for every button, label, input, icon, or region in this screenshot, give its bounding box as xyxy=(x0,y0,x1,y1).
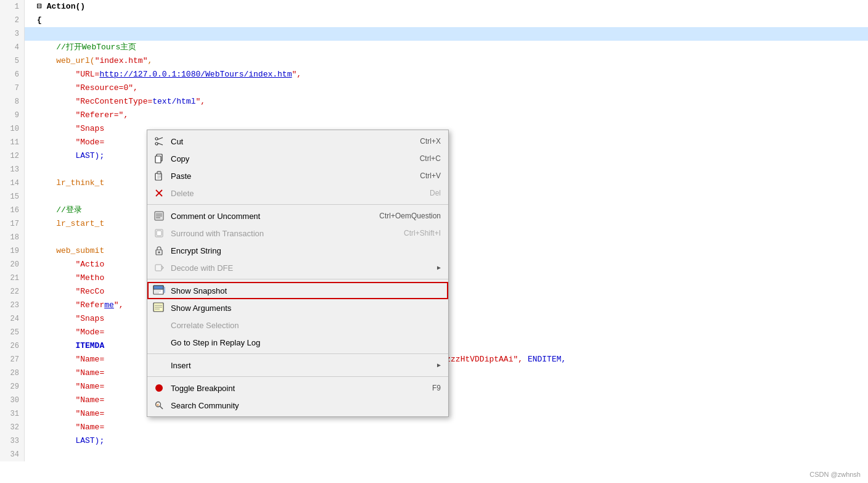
svg-rect-24 xyxy=(155,291,161,292)
correlate-icon xyxy=(152,319,166,331)
encrypt-icon xyxy=(152,244,166,257)
breakpoint-shortcut: F9 xyxy=(432,384,441,392)
svg-rect-21 xyxy=(155,265,162,271)
line-number-20: 20 xyxy=(0,258,25,271)
snapshot-icon xyxy=(152,284,166,297)
code-content-29: "Name= xyxy=(32,380,104,394)
line-number-19: 19 xyxy=(0,244,25,258)
surround-label: Surround with Transaction xyxy=(171,229,379,238)
line-number-4: 4 xyxy=(0,41,25,54)
code-content-6: "URL=http://127.0.0.1:1080/WebTours/inde… xyxy=(32,68,301,81)
line-number-8: 8 xyxy=(0,95,25,109)
line-number-7: 7 xyxy=(0,81,25,95)
svg-line-2 xyxy=(158,138,163,139)
svg-rect-5 xyxy=(155,156,161,163)
line-number-11: 11 xyxy=(0,136,25,149)
line-number-12: 12 xyxy=(0,149,25,163)
insert-icon xyxy=(152,359,166,371)
svg-point-31 xyxy=(155,384,163,392)
menu-item-search[interactable]: W Search Community xyxy=(147,397,448,414)
code-line-1: 1 ⊟ Action() xyxy=(0,0,868,14)
line-number-17: 17 xyxy=(0,217,25,231)
breakpoint-label: Toggle Breakpoint xyxy=(171,384,407,393)
gotostep-icon xyxy=(152,336,166,349)
menu-item-copy[interactable]: Copy Ctrl+C xyxy=(147,150,448,167)
line-number-21: 21 xyxy=(0,271,25,285)
menu-item-delete[interactable]: Delete Del xyxy=(147,184,448,202)
code-content-2: { xyxy=(32,14,42,27)
surround-icon xyxy=(152,227,166,239)
code-line-32: 32 "Name= xyxy=(0,421,868,434)
cut-shortcut: Ctrl+X xyxy=(420,137,441,146)
menu-item-breakpoint[interactable]: Toggle Breakpoint F9 xyxy=(147,379,448,397)
line-number-26: 26 xyxy=(0,339,25,353)
code-content-14: lr_think_t xyxy=(32,176,104,190)
menu-item-cut[interactable]: Cut Ctrl+X xyxy=(147,133,448,150)
menu-item-gotostep[interactable]: Go to Step in Replay Log xyxy=(147,334,448,351)
menu-item-arguments[interactable]: Show Arguments xyxy=(147,299,448,316)
code-content-31: "Name= xyxy=(32,407,104,421)
insert-label: Insert xyxy=(171,361,432,370)
menu-item-correlate[interactable]: Correlate Selection xyxy=(147,316,448,334)
line-number-27: 27 xyxy=(0,353,25,366)
code-content-1: ⊟ Action() xyxy=(32,0,85,14)
code-content-8: "RecContentType=text/html", xyxy=(32,95,205,109)
breakpoint-icon xyxy=(152,382,166,394)
code-content-19: web_submit xyxy=(32,244,104,258)
line-number-5: 5 xyxy=(0,54,25,68)
line-number-13: 13 xyxy=(0,163,25,176)
comment-icon xyxy=(152,210,166,222)
menu-item-paste[interactable]: Paste Ctrl+V xyxy=(147,167,448,184)
code-content-12: LAST); xyxy=(32,149,104,163)
code-content-17: lr_start_t xyxy=(32,217,104,231)
snapshot-label: Show Snapshot xyxy=(171,286,441,295)
line-number-33: 33 xyxy=(0,434,25,448)
menu-item-insert[interactable]: Insert ▶ xyxy=(147,357,448,374)
encrypt-label: Encrypt String xyxy=(171,246,441,255)
paste-shortcut: Ctrl+V xyxy=(420,171,441,180)
svg-line-3 xyxy=(158,143,163,145)
code-editor: 1 ⊟ Action() 2 { 3 4 //打开WebTours主页 5 we… xyxy=(0,0,868,483)
menu-item-snapshot[interactable]: Show Snapshot xyxy=(147,282,448,299)
code-line-7: 7 "Resource=0", xyxy=(0,81,868,95)
line-number-24: 24 xyxy=(0,312,25,326)
comment-label: Comment or Uncomment xyxy=(171,212,354,221)
line-number-2: 2 xyxy=(0,14,25,27)
copy-shortcut: Ctrl+C xyxy=(420,154,441,163)
code-content-11: "Mode= xyxy=(32,136,104,149)
delete-label: Delete xyxy=(171,189,405,198)
line-number-6: 6 xyxy=(0,68,25,81)
separator-1 xyxy=(147,204,448,205)
code-content-25: "Mode= xyxy=(32,326,104,339)
line-number-15: 15 xyxy=(0,190,25,204)
scissors-icon xyxy=(152,135,166,147)
menu-item-dfe[interactable]: Decode with DFE ▶ xyxy=(147,259,448,276)
code-line-2: 2 { xyxy=(0,14,868,27)
line-number-3: 3 xyxy=(0,27,25,41)
code-content-16: //登录 xyxy=(32,204,82,217)
gotostep-label: Go to Step in Replay Log xyxy=(171,338,441,347)
separator-4 xyxy=(147,376,448,377)
correlate-label: Correlate Selection xyxy=(171,321,441,330)
paste-icon xyxy=(152,170,166,182)
comment-shortcut: Ctrl+OemQuestion xyxy=(379,212,441,220)
dfe-label: Decode with DFE xyxy=(171,263,432,273)
line-number-23: 23 xyxy=(0,299,25,312)
line-number-14: 14 xyxy=(0,176,25,190)
code-content-28: "Name= xyxy=(32,366,104,380)
menu-item-surround[interactable]: Surround with Transaction Ctrl+Shift+I xyxy=(147,225,448,242)
line-number-25: 25 xyxy=(0,326,25,339)
menu-item-comment[interactable]: Comment or Uncomment Ctrl+OemQuestion xyxy=(147,207,448,225)
svg-rect-26 xyxy=(163,287,165,293)
separator-2 xyxy=(147,279,448,279)
cut-label: Cut xyxy=(171,137,395,146)
context-menu: Cut Ctrl+X Copy Ctrl+C xyxy=(147,130,449,417)
dfe-arrow: ▶ xyxy=(432,264,441,271)
code-line-6: 6 "URL=http://127.0.0.1:1080/WebTours/in… xyxy=(0,68,868,81)
separator-3 xyxy=(147,353,448,354)
line-number-22: 22 xyxy=(0,285,25,299)
line-number-9: 9 xyxy=(0,109,25,122)
search-label: Search Community xyxy=(171,401,441,410)
menu-item-encrypt[interactable]: Encrypt String xyxy=(147,242,448,259)
line-number-1: 1 xyxy=(0,0,25,14)
